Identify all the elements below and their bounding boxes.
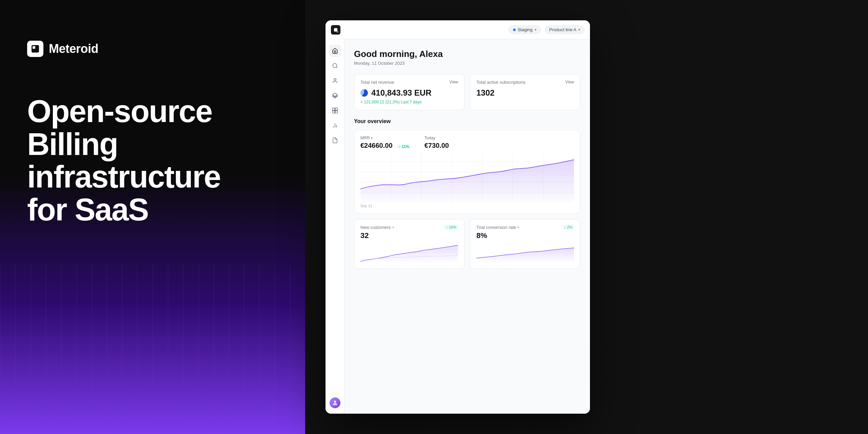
app-logo-dot: [334, 28, 337, 32]
brand-logo-inner: [32, 45, 39, 53]
app-body: Good morning, Alexa Monday, 11 October 2…: [326, 39, 590, 414]
svg-rect-7: [335, 111, 337, 113]
env-selector[interactable]: Staging ▾: [509, 25, 541, 34]
product-selector[interactable]: Product line A ▾: [545, 25, 585, 34]
right-panel: Staging ▾ Product line A ▾: [305, 0, 868, 434]
new-customers-card: New customers ▾ ↑ 16% 32: [354, 219, 465, 269]
subscriptions-value: 1302: [476, 88, 494, 98]
trial-conversion-badge: ↑ 2%: [563, 225, 574, 230]
env-dot: [513, 28, 516, 31]
mrr-label: MRR ▾: [360, 136, 411, 140]
revenue-card: Total net revenue View 410,843.93 EUR + …: [354, 74, 465, 110]
today-label: Today: [425, 136, 449, 140]
revenue-value-row: 410,843.93 EUR: [360, 88, 458, 98]
trial-conversion-card: Trial conversion rate ▾ ↑ 2% 8%: [470, 219, 580, 269]
overview-title: Your overview: [354, 118, 580, 124]
sidebar-item-home[interactable]: [329, 45, 341, 57]
mrr-chart: [360, 155, 574, 202]
overview-card: MRR ▾ €24660.00 ↑ 11%: [354, 130, 580, 214]
new-customers-badge: ↑ 16%: [444, 225, 458, 230]
svg-rect-4: [332, 108, 335, 111]
mrr-metric: MRR ▾ €24660.00 ↑ 11%: [360, 136, 411, 150]
new-customers-label: New customers ▾: [360, 225, 394, 230]
trial-conversion-chart: [476, 243, 574, 263]
hero-line3: for SaaS: [27, 192, 148, 227]
new-customers-chart: [360, 243, 458, 263]
revenue-value: 410,843.93 EUR: [371, 88, 431, 98]
app-window: Staging ▾ Product line A ▾: [326, 20, 590, 414]
trial-conversion-header: Trial conversion rate ▾ ↑ 2%: [476, 225, 574, 230]
mrr-chart-svg: [360, 155, 574, 202]
subscriptions-view-link[interactable]: View: [565, 80, 574, 84]
hero-line2: Billing infrastructure: [27, 127, 220, 194]
revenue-card-header: Total net revenue View: [360, 80, 458, 85]
sidebar: [326, 39, 344, 414]
subscriptions-label: Total active subscriptions: [476, 80, 526, 85]
overview-metrics: MRR ▾ €24660.00 ↑ 11%: [360, 136, 574, 150]
svg-point-2: [334, 78, 336, 80]
env-label: Staging: [518, 27, 533, 32]
svg-point-0: [333, 63, 337, 67]
sidebar-item-search[interactable]: [329, 60, 341, 72]
brand-name: Meteroid: [49, 42, 98, 56]
product-chevron-icon: ▾: [578, 28, 580, 32]
stats-row: Total net revenue View 410,843.93 EUR + …: [354, 74, 580, 110]
trial-conversion-value: 8%: [476, 231, 574, 240]
env-chevron-icon: ▾: [535, 28, 536, 32]
new-customers-header: New customers ▾ ↑ 16%: [360, 225, 458, 230]
trial-conversion-chevron-icon: ▾: [517, 225, 519, 229]
new-customers-chevron-icon: ▾: [392, 225, 394, 229]
today-value: €730.00: [425, 142, 449, 150]
main-content: Good morning, Alexa Monday, 11 October 2…: [344, 39, 590, 414]
user-avatar[interactable]: [330, 397, 340, 408]
svg-rect-6: [332, 111, 335, 113]
sidebar-item-layers[interactable]: [329, 90, 341, 102]
chart-date-label: Sep 11: [360, 204, 574, 208]
hero-line1: Open-source: [27, 94, 212, 129]
svg-point-11: [334, 400, 336, 403]
app-topbar: Staging ▾ Product line A ▾: [326, 20, 590, 39]
left-marketing-panel: Meteroid Open-source Billing infrastruct…: [0, 0, 305, 434]
today-metric: Today €730.00: [425, 136, 449, 150]
sidebar-item-users[interactable]: [329, 75, 341, 87]
sidebar-item-grid[interactable]: [329, 104, 341, 117]
bottom-cards-row: New customers ▾ ↑ 16% 32: [354, 219, 580, 269]
svg-line-1: [336, 67, 337, 68]
app-logo: [331, 25, 340, 35]
mrr-value: €24660.00 ↑ 11%: [360, 142, 411, 150]
mrr-badge: ↑ 11%: [397, 144, 411, 149]
greeting-date: Monday, 11 October 2023: [354, 61, 580, 66]
sidebar-item-chart[interactable]: [329, 119, 341, 132]
decorative-lines: [0, 264, 305, 434]
hero-title: Open-source Billing infrastructure for S…: [27, 95, 278, 226]
greeting-title: Good morning, Alexa: [354, 49, 580, 59]
subscriptions-card-header: Total active subscriptions View: [476, 80, 574, 85]
mrr-chevron-icon: ▾: [371, 136, 373, 140]
product-label: Product line A: [549, 27, 576, 32]
hero-text: Open-source Billing infrastructure for S…: [27, 95, 278, 226]
globe-icon: [360, 89, 368, 97]
brand-container: Meteroid: [27, 41, 98, 57]
subscriptions-card: Total active subscriptions View 1302: [470, 74, 580, 110]
sidebar-item-document[interactable]: [329, 134, 341, 146]
brand-logo: [27, 41, 43, 57]
subscriptions-value-row: 1302: [476, 88, 574, 98]
revenue-label: Total net revenue: [360, 80, 394, 85]
trial-conversion-label: Trial conversion rate ▾: [476, 225, 519, 230]
new-customers-value: 32: [360, 231, 458, 240]
revenue-change: + 131,000.12 (21.2%) Last 7 days: [360, 100, 458, 104]
revenue-view-link[interactable]: View: [449, 80, 458, 84]
svg-rect-5: [335, 108, 337, 111]
